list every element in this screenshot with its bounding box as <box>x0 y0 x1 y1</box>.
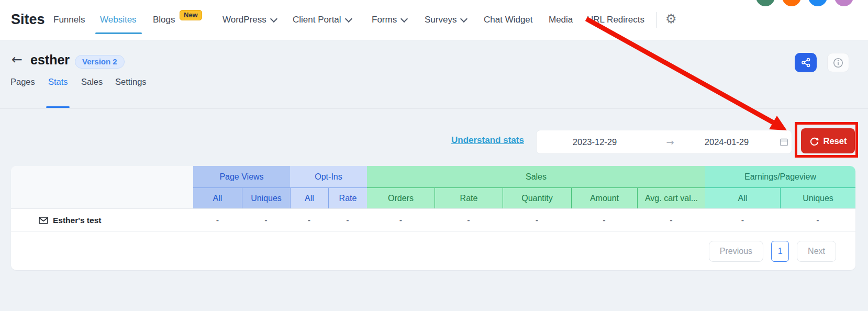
col-group-page-views: Page Views <box>193 166 290 187</box>
table-cell: - <box>367 208 435 231</box>
nav-item-surveys[interactable]: Surveys <box>425 15 466 25</box>
sites-logo[interactable]: Sites <box>11 12 45 28</box>
table-cell: - <box>503 208 571 231</box>
table-row[interactable]: Esther's test <box>11 208 193 231</box>
nav-item-label: Forms <box>372 15 397 25</box>
previous-page-button[interactable]: Previous <box>709 241 763 262</box>
tab-stats[interactable]: Stats <box>48 77 68 87</box>
nav-item-label: URL Redirects <box>587 15 644 25</box>
col-header-sales-orders: Orders <box>367 187 435 208</box>
nav-item-wordpress[interactable]: WordPress <box>222 15 276 25</box>
nav-item-label: Client Portal <box>293 15 341 25</box>
chevron-down-icon <box>460 15 468 23</box>
avatar[interactable] <box>756 0 775 6</box>
avatar[interactable] <box>808 0 827 6</box>
active-nav-underline <box>95 32 142 34</box>
table-cell: - <box>193 208 242 231</box>
back-arrow-icon[interactable]: ← <box>12 52 23 67</box>
nav-item-label: Websites <box>100 15 137 25</box>
stats-table-card: Page Views Opt-Ins Sales Earnings/Pagevi… <box>11 166 855 270</box>
calendar-icon <box>780 138 788 147</box>
stats-table: Page Views Opt-Ins Sales Earnings/Pagevi… <box>11 166 855 231</box>
nav-item-label: Media <box>549 15 573 25</box>
table-corner-cell <box>11 166 193 187</box>
table-cell: - <box>290 208 328 231</box>
col-group-opt-ins: Opt-Ins <box>290 166 367 187</box>
chevron-down-icon <box>270 15 277 23</box>
table-cell: - <box>780 208 855 231</box>
active-tab-underline <box>46 106 70 108</box>
nav-item-label: WordPress <box>222 15 266 25</box>
tabs-divider <box>0 108 868 109</box>
col-header-pv-all: All <box>193 187 242 208</box>
table-cell: - <box>637 208 705 231</box>
table-cell: - <box>705 208 780 231</box>
nav-item-label: Surveys <box>425 15 457 25</box>
tab-sales[interactable]: Sales <box>81 77 103 87</box>
nav-item-funnels[interactable]: Funnels <box>53 15 85 25</box>
row-label-text: Esther's test <box>53 216 101 225</box>
col-group-sales: Sales <box>367 166 705 187</box>
table-cell: - <box>328 208 367 231</box>
version-badge: Version 2 <box>75 55 125 69</box>
nav-item-blogs[interactable]: Blogs <box>153 15 175 25</box>
reset-button-label: Reset <box>824 136 847 146</box>
top-nav: Sites Funnels Websites Blogs New WordPre… <box>0 0 868 40</box>
nav-item-label: Blogs <box>153 15 175 25</box>
new-badge: New <box>180 10 202 20</box>
reset-icon <box>809 136 819 146</box>
nav-item-media[interactable]: Media <box>549 15 573 25</box>
col-header-sales-quantity: Quantity <box>503 187 571 208</box>
col-header-earnings-all: All <box>705 187 780 208</box>
pagination: Previous 1 Next <box>11 231 855 270</box>
understand-stats-link[interactable]: Understand stats <box>451 135 524 146</box>
reset-button[interactable]: Reset <box>801 128 855 153</box>
table-cell: - <box>242 208 290 231</box>
table-corner-cell <box>11 187 193 208</box>
info-icon <box>832 57 844 69</box>
chevron-down-icon <box>400 15 408 23</box>
chevron-down-icon <box>345 15 352 23</box>
share-icon <box>800 57 811 68</box>
nav-item-websites[interactable]: Websites <box>100 15 137 25</box>
page-number-button[interactable]: 1 <box>771 241 789 262</box>
col-header-sales-rate: Rate <box>435 187 503 208</box>
col-header-sales-avg-cart-value: Avg. cart val... <box>637 187 705 208</box>
col-header-pv-uniques: Uniques <box>242 187 290 208</box>
info-button[interactable] <box>827 53 849 72</box>
nav-item-forms[interactable]: Forms <box>372 15 407 25</box>
tab-pages[interactable]: Pages <box>10 77 35 87</box>
tab-settings[interactable]: Settings <box>115 77 147 87</box>
date-start[interactable]: 2023-12-29 <box>537 137 653 147</box>
date-range-picker[interactable]: 2023-12-29 → 2024-01-29 <box>536 130 792 154</box>
nav-item-label: Funnels <box>53 15 85 25</box>
nav-item-url-redirects[interactable]: URL Redirects <box>587 15 644 25</box>
page-title: esther <box>30 52 70 68</box>
col-group-earnings-pageview: Earnings/Pageview <box>705 166 855 187</box>
nav-item-chat-widget[interactable]: Chat Widget <box>484 15 533 25</box>
table-cell: - <box>571 208 637 231</box>
table-cell: - <box>435 208 503 231</box>
gear-icon[interactable]: ⚙ <box>665 12 677 26</box>
share-button[interactable] <box>795 53 817 72</box>
nav-item-label: Chat Widget <box>484 15 533 25</box>
date-end[interactable]: 2024-01-29 <box>687 137 766 147</box>
col-header-optins-all: All <box>290 187 328 208</box>
avatar[interactable] <box>834 0 853 6</box>
col-header-sales-amount: Amount <box>571 187 637 208</box>
nav-divider <box>656 12 656 28</box>
nav-item-client-portal[interactable]: Client Portal <box>293 15 351 25</box>
avatar[interactable] <box>782 0 801 6</box>
app-window: Sites Funnels Websites Blogs New WordPre… <box>0 0 868 311</box>
envelope-icon <box>39 217 48 224</box>
next-page-button[interactable]: Next <box>797 241 836 262</box>
col-header-earnings-uniques: Uniques <box>780 187 855 208</box>
col-header-optins-rate: Rate <box>328 187 367 208</box>
arrow-right-icon: → <box>653 137 687 148</box>
